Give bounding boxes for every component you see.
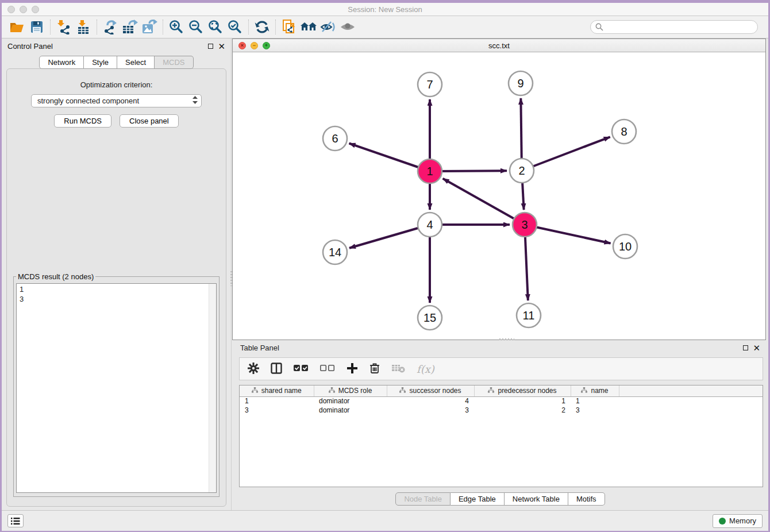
toolbar-separator	[275, 20, 276, 34]
list-icon	[11, 517, 20, 525]
graph-node-4[interactable]: 4	[418, 213, 442, 237]
column-header-predecessor-nodes[interactable]: predecessor nodes	[474, 385, 571, 396]
table-settings-icon[interactable]	[248, 363, 259, 376]
table-cell[interactable]: 1	[474, 396, 571, 406]
hide-selected-icon[interactable]	[318, 18, 338, 36]
table-cell[interactable]: 2	[474, 406, 571, 415]
tab-network[interactable]: Network	[39, 56, 84, 69]
column-header-shared-name[interactable]: shared name	[240, 385, 314, 396]
toolbar-separator	[248, 20, 249, 34]
graph-node-3[interactable]: 3	[513, 213, 537, 237]
task-history-button[interactable]	[7, 514, 24, 527]
graph-node-14[interactable]: 14	[323, 240, 347, 264]
table-cell[interactable]: 3	[387, 406, 474, 415]
table-cell[interactable]: 1	[571, 396, 619, 406]
search-icon	[595, 23, 603, 31]
column-header-name[interactable]: name	[571, 385, 619, 396]
table-tab-motifs[interactable]: Motifs	[568, 492, 605, 506]
table-cell[interactable]: dominator	[314, 396, 387, 406]
graph-edge-3-1[interactable]	[443, 179, 525, 225]
network-maximize-icon[interactable]: +	[263, 42, 270, 49]
panel-splitter-grip-horizontal[interactable]	[499, 338, 514, 340]
network-graph[interactable]: 7968124314101511	[233, 52, 765, 340]
first-neighbors-icon[interactable]	[299, 18, 318, 36]
network-view-window: × − + scc.txt 7968124314101511	[232, 38, 766, 340]
graph-edge-2-8[interactable]	[522, 137, 610, 171]
table-row[interactable]: 1dominator411	[240, 396, 763, 406]
graph-node-15[interactable]: 15	[418, 306, 442, 330]
table-cell[interactable]: 3	[571, 406, 619, 415]
sort-tree-icon	[488, 387, 494, 395]
copy-network-icon[interactable]	[279, 18, 299, 36]
zoom-selected-icon[interactable]	[225, 18, 245, 36]
export-network-icon[interactable]	[101, 18, 120, 36]
add-row-icon[interactable]	[346, 363, 358, 376]
select-all-icon[interactable]	[294, 364, 309, 374]
import-table-icon[interactable]	[74, 18, 93, 36]
show-column-icon[interactable]	[271, 363, 282, 376]
table-tab-network-table[interactable]: Network Table	[505, 492, 568, 506]
close-panel-button[interactable]: Close panel	[120, 114, 179, 128]
save-session-icon[interactable]	[27, 18, 47, 36]
network-close-icon[interactable]: ×	[238, 42, 246, 49]
tab-style[interactable]: Style	[84, 56, 117, 69]
zoom-fit-icon[interactable]	[206, 18, 225, 36]
column-header-MCDS-role[interactable]: MCDS role	[314, 385, 387, 396]
export-table-icon[interactable]	[120, 18, 140, 36]
close-window-icon[interactable]	[7, 6, 15, 13]
dropdown-stepper-icon	[192, 96, 198, 106]
table-cell[interactable]: 1	[240, 396, 314, 406]
run-mcds-button[interactable]: Run MCDS	[54, 114, 111, 128]
export-image-icon[interactable]	[140, 18, 159, 36]
sort-tree-icon	[329, 387, 335, 395]
graph-node-2[interactable]: 2	[510, 159, 534, 183]
graph-node-1[interactable]: 1	[418, 159, 442, 183]
table-cell[interactable]: 4	[387, 396, 474, 406]
network-minimize-icon[interactable]: −	[251, 42, 258, 49]
table-cell[interactable]: 3	[240, 406, 314, 415]
network-canvas[interactable]: 7968124314101511	[233, 52, 765, 340]
graph-node-6[interactable]: 6	[323, 126, 347, 151]
delete-row-icon[interactable]	[369, 363, 380, 376]
graph-edge-3-10[interactable]	[525, 225, 611, 243]
result-scrollbar[interactable]	[209, 284, 216, 492]
minimize-window-icon[interactable]	[20, 6, 27, 13]
table-tabs: Node TableEdge TableNetwork TableMotifs	[232, 492, 768, 506]
graph-node-10[interactable]: 10	[613, 234, 637, 259]
memory-button[interactable]: Memory	[713, 514, 763, 528]
float-panel-icon[interactable]	[208, 44, 213, 49]
graph-node-11[interactable]: 11	[517, 303, 541, 327]
node-table[interactable]: shared nameMCDS rolesuccessor nodesprede…	[239, 385, 763, 487]
graph-node-7[interactable]: 7	[418, 72, 442, 97]
show-all-icon[interactable]	[338, 18, 357, 36]
float-table-panel-icon[interactable]	[743, 345, 748, 350]
search-input[interactable]	[606, 23, 753, 31]
close-panel-icon[interactable]: ✕	[218, 44, 225, 49]
open-file-icon[interactable]	[7, 18, 27, 36]
tab-mcds[interactable]: MCDS	[155, 56, 193, 69]
table-cell-filler	[619, 406, 763, 415]
graph-node-8[interactable]: 8	[612, 119, 636, 144]
close-table-panel-icon[interactable]: ✕	[753, 345, 760, 350]
import-network-icon[interactable]	[54, 18, 74, 36]
mcds-result-area[interactable]: 1 3	[16, 283, 217, 493]
deselect-all-icon[interactable]	[320, 364, 335, 374]
column-header-successor-nodes[interactable]: successor nodes	[387, 385, 474, 396]
tab-select[interactable]: Select	[117, 56, 155, 69]
zoom-out-icon[interactable]	[186, 18, 206, 36]
table-tab-edge-table[interactable]: Edge Table	[451, 492, 505, 506]
sort-tree-icon	[581, 387, 587, 395]
criterion-dropdown[interactable]: strongly connected component	[31, 94, 202, 107]
zoom-in-icon[interactable]	[167, 18, 186, 36]
apply-layout-icon[interactable]	[252, 18, 272, 36]
maximize-window-icon[interactable]	[32, 6, 39, 13]
graph-node-label: 1	[426, 165, 433, 178]
table-cell[interactable]: dominator	[314, 406, 387, 415]
table-tab-node-table[interactable]: Node Table	[395, 492, 451, 506]
network-window-title: scc.txt	[233, 41, 765, 50]
table-row[interactable]: 3dominator323	[240, 406, 763, 415]
search-field[interactable]	[590, 20, 758, 34]
table-panel-title: Table Panel	[240, 344, 279, 352]
panel-splitter-grip[interactable]	[230, 271, 232, 286]
graph-node-9[interactable]: 9	[509, 71, 533, 95]
